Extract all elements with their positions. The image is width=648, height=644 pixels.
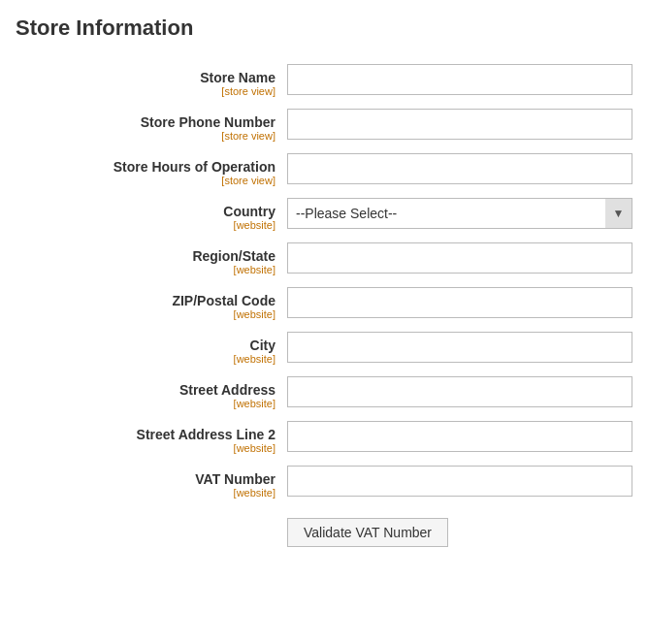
label-group-zip: ZIP/Postal Code [website] bbox=[16, 287, 287, 320]
control-store-name bbox=[287, 64, 632, 95]
control-city bbox=[287, 332, 632, 363]
input-store-hours[interactable] bbox=[287, 153, 632, 184]
store-information-form: Store Name [store view] Store Phone Numb… bbox=[16, 64, 632, 547]
scope-city: [website] bbox=[16, 353, 275, 365]
form-row-city: City [website] bbox=[16, 332, 632, 365]
form-row-store-phone: Store Phone Number [store view] bbox=[16, 109, 632, 142]
control-country: --Please Select-- ▼ bbox=[287, 198, 632, 229]
form-row-region: Region/State [website] bbox=[16, 242, 632, 275]
label-group-street2: Street Address Line 2 [website] bbox=[16, 421, 287, 454]
label-group-region: Region/State [website] bbox=[16, 242, 287, 275]
input-zip[interactable] bbox=[287, 287, 632, 318]
label-street2: Street Address Line 2 bbox=[16, 427, 275, 442]
label-group-store-name: Store Name [store view] bbox=[16, 64, 287, 97]
form-row-zip: ZIP/Postal Code [website] bbox=[16, 287, 632, 320]
control-region bbox=[287, 242, 632, 274]
form-row-street: Street Address [website] bbox=[16, 376, 632, 409]
scope-zip: [website] bbox=[16, 308, 275, 320]
label-vat: VAT Number bbox=[16, 471, 275, 487]
control-vat bbox=[287, 466, 632, 497]
scope-vat: [website] bbox=[16, 487, 275, 499]
label-country: Country bbox=[16, 204, 275, 219]
form-row-country: Country [website] --Please Select-- ▼ bbox=[16, 198, 632, 231]
control-store-phone bbox=[287, 109, 632, 140]
control-zip bbox=[287, 287, 632, 318]
input-city[interactable] bbox=[287, 332, 632, 363]
scope-store-hours: [store view] bbox=[16, 175, 275, 186]
control-store-hours bbox=[287, 153, 632, 184]
label-store-hours: Store Hours of Operation bbox=[16, 159, 275, 175]
btn-row-validate: Validate VAT Number bbox=[16, 510, 632, 547]
label-group-city: City [website] bbox=[16, 332, 287, 365]
label-store-phone: Store Phone Number bbox=[16, 114, 275, 130]
select-wrapper-country: --Please Select-- ▼ bbox=[287, 198, 632, 229]
label-region: Region/State bbox=[16, 248, 275, 264]
label-group-country: Country [website] bbox=[16, 198, 287, 231]
input-store-name[interactable] bbox=[287, 64, 632, 95]
input-vat[interactable] bbox=[287, 466, 632, 497]
form-row-street2: Street Address Line 2 [website] bbox=[16, 421, 632, 454]
validate-vat-button[interactable]: Validate VAT Number bbox=[287, 518, 448, 547]
form-row-store-name: Store Name [store view] bbox=[16, 64, 632, 97]
scope-store-phone: [store view] bbox=[16, 130, 275, 142]
label-store-name: Store Name bbox=[16, 70, 275, 85]
scope-store-name: [store view] bbox=[16, 85, 275, 97]
scope-street2: [website] bbox=[16, 442, 275, 454]
label-street: Street Address bbox=[16, 382, 275, 398]
validate-btn-wrapper: Validate VAT Number bbox=[287, 510, 448, 547]
input-region[interactable] bbox=[287, 242, 632, 274]
label-group-street: Street Address [website] bbox=[16, 376, 287, 409]
label-group-store-phone: Store Phone Number [store view] bbox=[16, 109, 287, 142]
select-country[interactable]: --Please Select-- bbox=[287, 198, 632, 229]
input-street2[interactable] bbox=[287, 421, 632, 452]
input-store-phone[interactable] bbox=[287, 109, 632, 140]
scope-street: [website] bbox=[16, 398, 275, 409]
label-city: City bbox=[16, 338, 275, 353]
label-group-vat: VAT Number [website] bbox=[16, 466, 287, 499]
input-street[interactable] bbox=[287, 376, 632, 407]
control-street bbox=[287, 376, 632, 407]
form-row-store-hours: Store Hours of Operation [store view] bbox=[16, 153, 632, 186]
form-row-vat: VAT Number [website] bbox=[16, 466, 632, 499]
page-title: Store Information bbox=[16, 16, 632, 41]
scope-country: [website] bbox=[16, 219, 275, 231]
label-group-store-hours: Store Hours of Operation [store view] bbox=[16, 153, 287, 186]
scope-region: [website] bbox=[16, 264, 275, 275]
label-zip: ZIP/Postal Code bbox=[16, 293, 275, 308]
control-street2 bbox=[287, 421, 632, 452]
